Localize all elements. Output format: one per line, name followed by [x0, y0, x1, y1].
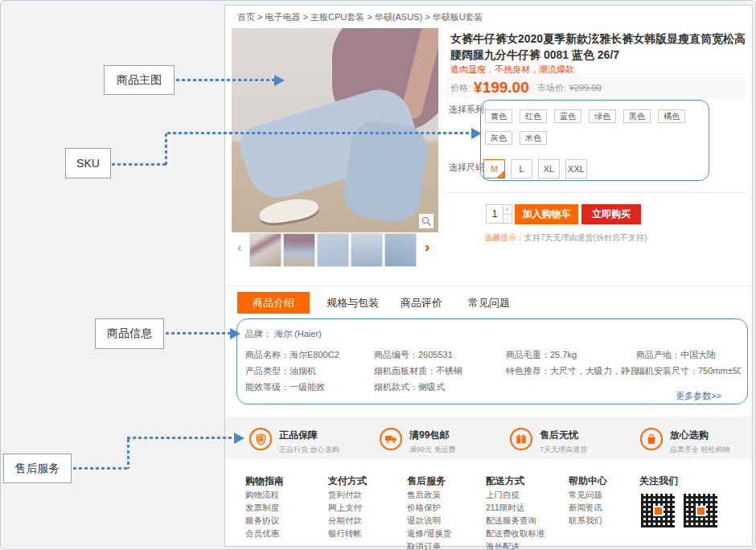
- thumbnail-3[interactable]: [317, 233, 349, 267]
- footer-link[interactable]: 取消订单: [407, 541, 441, 550]
- thumbnail-5[interactable]: [384, 233, 417, 267]
- product-main-image[interactable]: [232, 28, 438, 232]
- arrow-product-info-line: [166, 332, 230, 335]
- price-label: 价格:: [450, 82, 470, 94]
- arrow-sku-line-3: [167, 132, 471, 134]
- arrow-sku-head: [471, 128, 482, 139]
- screenshot-root: 商品主图 SKU 商品信息 售后服务 首页 > 电子电器 > 主板CPU套装 >…: [0, 0, 756, 550]
- size-chip-xxl[interactable]: XXL: [565, 159, 587, 179]
- footer-col-guide-title: 购物指南: [245, 474, 284, 488]
- info-cell-style: 烟机款式：侧吸式: [374, 381, 445, 393]
- annotation-sku-text: SKU: [76, 157, 100, 170]
- service-free-shipping-title: 满99包邮: [409, 429, 456, 442]
- footer-link[interactable]: 服务协议: [245, 515, 279, 527]
- footer-link[interactable]: 银行转帐: [328, 528, 362, 540]
- footer-link[interactable]: 购物流程: [245, 490, 279, 501]
- warm-tip-text: 支持7天无理由退货(拆封后不支持): [524, 233, 647, 242]
- color-chip-blue[interactable]: 蓝色: [554, 109, 581, 123]
- footer-link[interactable]: 海外配送: [486, 541, 520, 550]
- qr-code-1: [639, 492, 676, 529]
- magnifier-icon[interactable]: [419, 214, 433, 228]
- service-easy-shopping-sub: 品类齐全 轻松购物: [670, 445, 730, 455]
- tab-faq[interactable]: 常见问题: [468, 292, 510, 314]
- add-to-cart-button[interactable]: 加入购物车: [515, 204, 578, 224]
- footer-link[interactable]: 上门自提: [486, 490, 520, 501]
- service-free-shipping-sub: 满99元 免运费: [409, 445, 456, 455]
- color-chip-orange[interactable]: 橘色: [658, 109, 685, 123]
- arrow-after-sale-head: [234, 433, 244, 444]
- arrow-after-sale-line-3: [127, 437, 234, 439]
- thumbnail-2[interactable]: [283, 233, 315, 267]
- qr-code-2: [682, 492, 719, 529]
- footer-link[interactable]: 新闻资讯: [569, 503, 602, 514]
- breadcrumb[interactable]: 首页 > 电子电器 > 主板CPU套装 > 华硕(ASUS) > 华硕板U套装: [237, 11, 483, 23]
- footer-link[interactable]: 配送费收取标准: [486, 528, 545, 540]
- info-cell-panel-material: 烟机面板材质：不锈钢: [374, 365, 462, 377]
- service-after-sale-title: 售后无忧: [540, 429, 587, 442]
- arrow-main-image-head: [274, 75, 285, 86]
- color-chip-row-1: 黄色 红色 蓝色 绿色 黑色 橘色: [485, 109, 685, 123]
- color-chip-beige[interactable]: 米色: [520, 131, 547, 145]
- size-chip-m[interactable]: M ✓: [483, 159, 505, 179]
- service-easy-shopping-title: 放心选购: [670, 429, 730, 442]
- shield-icon-char: 保: [257, 434, 265, 445]
- thumbnail-next-icon[interactable]: ›: [425, 238, 429, 256]
- footer-link[interactable]: 货到付款: [328, 490, 362, 501]
- service-easy-shopping: 放心选购 品类齐全 轻松购物: [640, 428, 730, 455]
- quantity-increase-icon[interactable]: +: [503, 205, 512, 214]
- market-price-label: 市场价:: [537, 82, 566, 94]
- arrow-after-sale-line-2: [127, 439, 129, 469]
- footer-link[interactable]: 发票制度: [245, 503, 279, 514]
- color-chip-yellow[interactable]: 黄色: [485, 109, 512, 123]
- color-chip-green[interactable]: 绿色: [589, 109, 616, 123]
- footer-link[interactable]: 211限时达: [486, 503, 524, 514]
- footer-link[interactable]: 返修/退换货: [407, 528, 451, 540]
- service-after-sale: 售后无忧 7天无理由退货: [510, 428, 587, 455]
- more-params-link[interactable]: 更多参数>>: [676, 390, 721, 402]
- quantity-decrease-icon[interactable]: -: [503, 214, 512, 224]
- thumbnail-1[interactable]: [249, 233, 281, 267]
- thumbnail-prev-icon[interactable]: ‹: [237, 240, 242, 256]
- footer-col-delivery-title: 配送方式: [486, 474, 524, 488]
- qr-logo-icon: [696, 506, 706, 516]
- footer-link[interactable]: 常见问题: [569, 490, 602, 501]
- footer-link[interactable]: 退款说明: [407, 515, 441, 527]
- arrow-product-info-head: [230, 328, 240, 339]
- quantity-input[interactable]: 1: [486, 204, 503, 224]
- footer-link[interactable]: 分期付款: [328, 515, 362, 527]
- footer-col-aftersale-title: 售后服务: [407, 474, 446, 488]
- arrow-main-image-line: [176, 79, 274, 81]
- color-chip-black[interactable]: 黑色: [623, 109, 651, 123]
- info-cell-weight: 商品毛重：25.7kg: [506, 349, 577, 361]
- brand-row: 品牌： 海尔 (Haier): [245, 328, 322, 340]
- color-chip-gray[interactable]: 灰色: [485, 131, 512, 145]
- brand-link[interactable]: 海尔 (Haier): [274, 329, 322, 339]
- size-chip-l[interactable]: L: [511, 159, 532, 179]
- info-cell-install-size: 烟机安装尺寸：750mm±50mm（烟…: [636, 365, 741, 377]
- footer-link[interactable]: 配送服务查询: [486, 515, 536, 527]
- product-title: 女裤牛仔裤女2020夏季新款泫雅长裤女韩版显瘦直筒宽松高腰阔腿九分牛仔裤 008…: [450, 31, 750, 63]
- color-chip-red[interactable]: 红色: [520, 109, 547, 123]
- info-cell-name: 商品名称：海尔E800C2: [245, 349, 339, 361]
- footer-col-follow-title: 关注我们: [639, 474, 678, 488]
- tab-reviews[interactable]: 商品评价: [401, 292, 442, 314]
- tab-spec-package[interactable]: 规格与包装: [327, 292, 379, 314]
- quantity-stepper: + -: [503, 204, 512, 224]
- thumbnail-strip: [249, 233, 417, 267]
- tabs-top-divider: [225, 285, 752, 286]
- brand-label: 品牌：: [245, 329, 272, 339]
- price-value: ¥199.00: [474, 79, 529, 96]
- footer-link[interactable]: 网上支付: [328, 503, 362, 514]
- color-chip-row-2: 灰色 米色: [485, 131, 547, 145]
- footer-link[interactable]: 会员优惠: [245, 528, 279, 540]
- services-band: 保 正品保障 正品行货 放心选购 满99包邮: [225, 417, 752, 459]
- footer-link[interactable]: 售后政策: [407, 490, 441, 501]
- tab-product-intro[interactable]: 商品介绍: [237, 292, 310, 314]
- size-chip-xl[interactable]: XL: [538, 159, 560, 179]
- buy-now-button[interactable]: 立即购买: [581, 204, 641, 224]
- annotation-sku-label: SKU: [65, 148, 111, 179]
- footer-link[interactable]: 价格保护: [407, 503, 441, 514]
- annotation-main-image-label: 商品主图: [104, 65, 175, 95]
- footer-link[interactable]: 联系我们: [569, 515, 602, 527]
- thumbnail-4[interactable]: [351, 233, 383, 267]
